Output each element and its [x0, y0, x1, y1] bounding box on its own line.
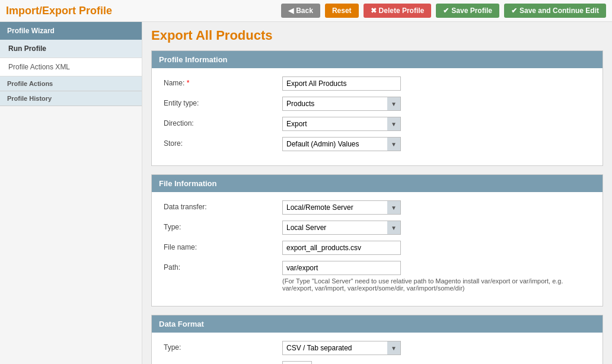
data-transfer-label: Data transfer:: [164, 200, 282, 211]
entity-type-label: Entity type:: [164, 97, 282, 107]
path-field-wrap: (For Type "Local Server" need to use rel…: [282, 261, 591, 292]
direction-label: Direction:: [164, 117, 282, 127]
profile-information-header: Profile Information: [152, 51, 603, 68]
data-transfer-field-wrap: Local/Remote Server HTTP FTP ▼: [282, 200, 591, 215]
data-format-header: Data Format: [152, 315, 603, 333]
sidebar-wizard-header: Profile Wizard: [0, 22, 142, 40]
path-label: Path:: [164, 261, 282, 272]
back-icon: ◀: [288, 7, 294, 15]
entity-type-field-wrap: Products Customers Orders ▼: [282, 97, 591, 111]
save-continue-icon: ✔: [511, 7, 517, 15]
file-name-row: File name:: [164, 241, 591, 255]
top-bar: Import/Export Profile ◀ Back Reset ✖ Del…: [0, 0, 612, 22]
path-row: Path: (For Type "Local Server" need to u…: [164, 261, 591, 292]
file-type-field-wrap: Local Server Remote Server ▼: [282, 221, 591, 235]
file-name-label: File name:: [164, 241, 282, 251]
store-select-wrap: Default (Admin) Values Store 1 ▼: [282, 137, 401, 151]
save-profile-button[interactable]: ✔ Save Profile: [436, 4, 499, 18]
value-delimiter-field-wrap: (\t for tab): [282, 361, 591, 364]
format-type-select[interactable]: CSV / Tab separated XML: [283, 341, 387, 355]
file-information-body: Data transfer: Local/Remote Server HTTP …: [152, 192, 603, 306]
direction-select-wrap: Export Import ▼: [282, 117, 401, 131]
name-field-wrap: [282, 76, 591, 91]
store-field-wrap: Default (Admin) Values Store 1 ▼: [282, 137, 591, 151]
format-type-arrow: ▼: [387, 341, 400, 355]
name-required: *: [187, 79, 190, 87]
path-hint: (For Type "Local Server" need to use rel…: [282, 277, 591, 292]
file-type-select[interactable]: Local Server Remote Server: [283, 221, 387, 234]
entity-type-select[interactable]: Products Customers Orders: [283, 97, 387, 110]
path-input[interactable]: [282, 261, 401, 275]
name-row: Name: *: [164, 76, 591, 91]
format-type-label: Type:: [164, 341, 282, 352]
name-input[interactable]: [282, 76, 401, 91]
file-type-select-wrap: Local Server Remote Server ▼: [282, 221, 401, 235]
store-arrow: ▼: [387, 138, 400, 151]
file-information-header: File Information: [152, 175, 603, 192]
data-format-section: Data Format Type: CSV / Tab separated XM…: [151, 315, 603, 364]
direction-select[interactable]: Export Import: [283, 117, 387, 130]
value-delimiter-inline: (\t for tab): [282, 361, 345, 364]
entity-type-arrow: ▼: [387, 97, 400, 110]
save-icon: ✔: [443, 7, 449, 15]
sidebar-section-profile-actions: Profile Actions: [0, 76, 142, 91]
save-continue-button[interactable]: ✔ Save and Continue Edit: [504, 4, 606, 18]
direction-arrow: ▼: [387, 117, 400, 130]
format-type-field-wrap: CSV / Tab separated XML ▼: [282, 341, 591, 355]
reset-button[interactable]: Reset: [325, 4, 359, 18]
file-information-section: File Information Data transfer: Local/Re…: [151, 174, 603, 306]
entity-type-select-wrap: Products Customers Orders ▼: [282, 97, 401, 111]
file-type-label: Type:: [164, 221, 282, 231]
file-name-input[interactable]: [282, 241, 401, 255]
value-delimiter-label: Value Delimiter:: [164, 361, 282, 364]
sidebar-item-run-profile[interactable]: Run Profile: [0, 40, 142, 58]
file-name-field-wrap: [282, 241, 591, 255]
sidebar-item-profile-actions-xml[interactable]: Profile Actions XML: [0, 58, 142, 76]
store-select[interactable]: Default (Admin) Values Store 1: [283, 138, 387, 151]
store-label: Store:: [164, 137, 282, 148]
data-transfer-select-wrap: Local/Remote Server HTTP FTP ▼: [282, 200, 401, 215]
back-button[interactable]: ◀ Back: [281, 4, 320, 18]
file-type-arrow: ▼: [387, 221, 400, 234]
format-type-select-wrap: CSV / Tab separated XML ▼: [282, 341, 401, 355]
entity-type-row: Entity type: Products Customers Orders ▼: [164, 97, 591, 111]
data-transfer-arrow: ▼: [387, 201, 400, 214]
delete-icon: ✖: [371, 7, 377, 15]
sidebar: Profile Wizard Run Profile Profile Actio…: [0, 22, 142, 364]
delete-profile-button[interactable]: ✖ Delete Profile: [364, 4, 432, 18]
data-transfer-row: Data transfer: Local/Remote Server HTTP …: [164, 200, 591, 215]
profile-information-section: Profile Information Name: * Entity type:: [151, 50, 603, 166]
direction-field-wrap: Export Import ▼: [282, 117, 591, 131]
profile-information-body: Name: * Entity type: Products Customers: [152, 68, 603, 165]
direction-row: Direction: Export Import ▼: [164, 117, 591, 131]
value-delimiter-row: Value Delimiter: (\t for tab): [164, 361, 591, 364]
main-layout: Profile Wizard Run Profile Profile Actio…: [0, 22, 612, 364]
main-content-header: Export All Products: [151, 28, 603, 43]
store-row: Store: Default (Admin) Values Store 1 ▼: [164, 137, 591, 151]
data-format-body: Type: CSV / Tab separated XML ▼ Value De…: [152, 333, 603, 364]
app-title: Import/Export Profile: [6, 5, 112, 17]
data-transfer-select[interactable]: Local/Remote Server HTTP FTP: [283, 201, 387, 214]
value-delimiter-input[interactable]: [282, 361, 312, 364]
page-title: Export All Products: [151, 28, 273, 43]
name-label: Name: *: [164, 76, 282, 87]
format-type-row: Type: CSV / Tab separated XML ▼: [164, 341, 591, 355]
sidebar-section-profile-history: Profile History: [0, 91, 142, 106]
main-content: Export All Products Profile Information …: [142, 22, 612, 364]
file-type-row: Type: Local Server Remote Server ▼: [164, 221, 591, 235]
